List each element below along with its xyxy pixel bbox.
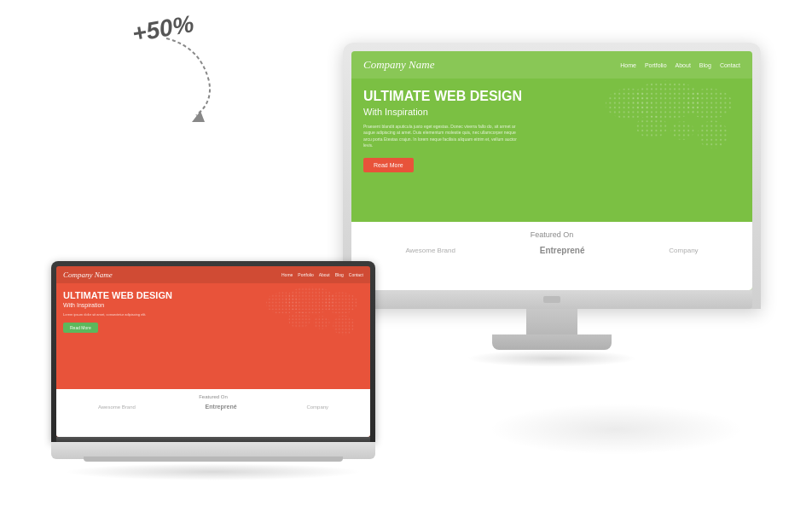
laptop-brand-awesome: Awesome Brand	[98, 404, 136, 410]
laptop-screen: Company Name Home Portfolio About Blog C…	[56, 266, 370, 437]
desktop-featured-title: Featured On	[363, 230, 740, 239]
laptop-read-more-button[interactable]: Read More	[63, 323, 98, 333]
desktop-website: Company Name Home Portfolio About Blog C…	[351, 51, 752, 290]
shadow-desktop	[488, 404, 744, 455]
scene: +50% Company Name Home Portfolio About B…	[0, 0, 812, 506]
desktop-hero-text: ULTIMATE WEB DESIGN With Inspiration Pra…	[363, 89, 740, 172]
laptop-lid: Company Name Home Portfolio About Blog C…	[51, 261, 375, 442]
monitor-screen: Company Name Home Portfolio About Blog C…	[351, 51, 752, 290]
monitor-logo-mark	[543, 296, 560, 303]
desktop-hero: ULTIMATE WEB DESIGN With Inspiration Pra…	[351, 79, 752, 183]
desktop-brand-awesome: Awesome Brand	[405, 247, 455, 254]
desktop-nav-logo: Company Name	[363, 58, 620, 72]
monitor-stand-neck	[526, 309, 577, 334]
discount-text: +50%	[130, 10, 196, 48]
arrow-icon	[149, 30, 235, 132]
monitor-stand-base	[492, 334, 612, 350]
desktop-monitor: Company Name Home Portfolio About Blog C…	[343, 43, 761, 367]
desktop-hero-subtitle: With Inspiration	[363, 107, 740, 117]
monitor-shadow	[467, 350, 637, 367]
laptop-brand-entreprene: Entreprené	[206, 404, 237, 410]
laptop-hero-subtitle: With Inspiration	[63, 302, 363, 308]
desktop-read-more-button[interactable]: Read More	[363, 158, 414, 172]
laptop-brand-company: Company	[306, 404, 328, 410]
desktop-brand-company: Company	[669, 247, 698, 254]
svg-marker-0	[192, 111, 205, 122]
monitor-body: Company Name Home Portfolio About Blog C…	[343, 43, 761, 309]
desktop-hero-title: ULTIMATE WEB DESIGN	[363, 89, 740, 104]
laptop-featured-section: Featured On Awesome Brand Entreprené Com…	[56, 389, 370, 437]
laptop-featured-logos: Awesome Brand Entreprené Company	[63, 404, 363, 410]
laptop-nav-logo: Company Name	[63, 270, 281, 279]
laptop-base	[51, 442, 375, 459]
laptop: Company Name Home Portfolio About Blog C…	[51, 261, 375, 480]
desktop-featured-logos: Awesome Brand Entreprené Company	[363, 246, 740, 255]
laptop-shadow	[64, 463, 362, 480]
desktop-brand-entreprene: Entreprené	[540, 246, 585, 255]
desktop-hero-body: Praesent blandit aputicula justo eget eg…	[363, 124, 517, 149]
laptop-hero: ULTIMATE WEB DESIGN With Inspiration Lor…	[56, 283, 370, 340]
laptop-hero-body: Lorem ipsum dolor sit amet, consectetur …	[63, 312, 174, 317]
laptop-hero-text: ULTIMATE WEB DESIGN With Inspiration Lor…	[63, 290, 363, 333]
desktop-featured-section: Featured On Awesome Brand Entreprené Com…	[351, 222, 752, 290]
discount-badge: +50%	[132, 15, 194, 43]
laptop-hero-title: ULTIMATE WEB DESIGN	[63, 290, 363, 300]
laptop-featured-title: Featured On	[63, 394, 363, 399]
monitor-chin	[351, 290, 752, 309]
laptop-website: Company Name Home Portfolio About Blog C…	[56, 266, 370, 437]
